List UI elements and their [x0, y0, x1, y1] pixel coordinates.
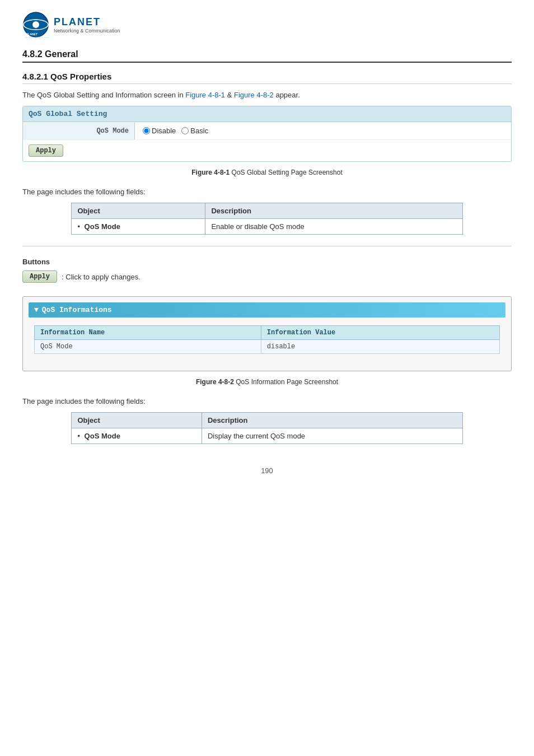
logo-text: PLANET [54, 16, 120, 28]
figure2-link[interactable]: Figure 4-8-2 [234, 91, 274, 99]
table-row: • QoS Mode Enable or disable QoS mode [72, 219, 462, 235]
qos-informations-title: QoS Informations [42, 306, 112, 314]
radio-basic-input[interactable] [181, 127, 189, 134]
section-heading: 4.8.2 General [22, 49, 512, 63]
info-row1-value: disable [261, 340, 499, 354]
info-table: Information Name Information Value QoS M… [34, 325, 500, 354]
table-row: • QoS Mode Display the current QoS mode [72, 428, 462, 444]
radio-basic[interactable]: Basic [181, 127, 208, 135]
table2-row1-desc: Display the current QoS mode [202, 428, 462, 444]
buttons-section: Buttons Apply : Click to apply changes. [22, 258, 512, 283]
qos-box-footer: Apply [23, 140, 511, 161]
page-includes-text-2: The page includes the following fields: [22, 397, 512, 405]
table-row: QoS Mode disable [35, 340, 500, 354]
buttons-label: Buttons [22, 258, 512, 266]
qos-global-setting-title: QoS Global Setting [23, 106, 511, 122]
qos-mode-row: QoS Mode Disable Basic [23, 122, 511, 140]
info-row1-name: QoS Mode [35, 340, 261, 354]
qos-mode-label: QoS Mode [23, 123, 135, 139]
info-col1-header: Information Name [35, 326, 261, 340]
page-number: 190 [22, 466, 512, 475]
intro-text: The QoS Global Setting and Information s… [22, 91, 512, 99]
table1-col2-header: Description [205, 203, 462, 219]
radio-basic-label: Basic [190, 127, 208, 135]
svg-text:PLANET: PLANET [26, 32, 38, 36]
apply-button-1[interactable]: Apply [29, 144, 63, 157]
table2-col1-header: Object [72, 413, 202, 428]
apply-button-2[interactable]: Apply [22, 270, 57, 283]
info-table-wrapper: Information Name Information Value QoS M… [29, 325, 505, 354]
divider-1 [22, 246, 512, 246]
figure1-caption: Figure 4-8-1 QoS Global Setting Page Scr… [22, 169, 512, 176]
radio-disable-input[interactable] [143, 127, 150, 134]
figure1-link[interactable]: Figure 4-8-1 [185, 91, 225, 99]
planet-logo-icon: PLANET Networking & Communication [22, 11, 49, 38]
info-col2-header: Information Value [261, 326, 499, 340]
table1-row1-obj: • QoS Mode [72, 219, 205, 235]
description-table-1: Object Description • QoS Mode Enable or … [71, 203, 462, 235]
logo-area: PLANET Networking & Communication PLANET… [22, 11, 512, 38]
table1-col1-header: Object [72, 203, 205, 219]
collapse-arrow-icon[interactable]: ▼ [34, 306, 39, 314]
table1-row1-desc: Enable or disable QoS mode [205, 219, 462, 235]
radio-disable[interactable]: Disable [143, 127, 176, 135]
logo-tagline: Networking & Communication [54, 28, 120, 34]
description-table-2: Object Description • QoS Mode Display th… [71, 412, 462, 444]
sub-heading: 4.8.2.1 QoS Properties [22, 72, 512, 84]
table2-row1-obj: • QoS Mode [72, 428, 202, 444]
svg-text:Networking & Communication: Networking & Communication [25, 36, 49, 38]
radio-disable-label: Disable [152, 127, 176, 135]
apply-desc: : Click to apply changes. [62, 273, 140, 281]
page-includes-text-1: The page includes the following fields: [22, 188, 512, 196]
qos-global-setting-box: QoS Global Setting QoS Mode Disable Basi… [22, 106, 512, 162]
table2-col2-header: Description [202, 413, 462, 428]
svg-point-2 [32, 21, 39, 28]
buttons-row: Apply : Click to apply changes. [22, 270, 512, 283]
qos-mode-value: Disable Basic [135, 122, 216, 139]
figure2-caption: Figure 4-8-2 QoS Information Page Screen… [22, 378, 512, 386]
qos-mode-radio-group: Disable Basic [143, 127, 208, 135]
info-box-padding [29, 354, 505, 365]
qos-informations-title-bar: ▼ QoS Informations [29, 302, 505, 318]
qos-informations-box: ▼ QoS Informations Information Name Info… [22, 296, 512, 371]
